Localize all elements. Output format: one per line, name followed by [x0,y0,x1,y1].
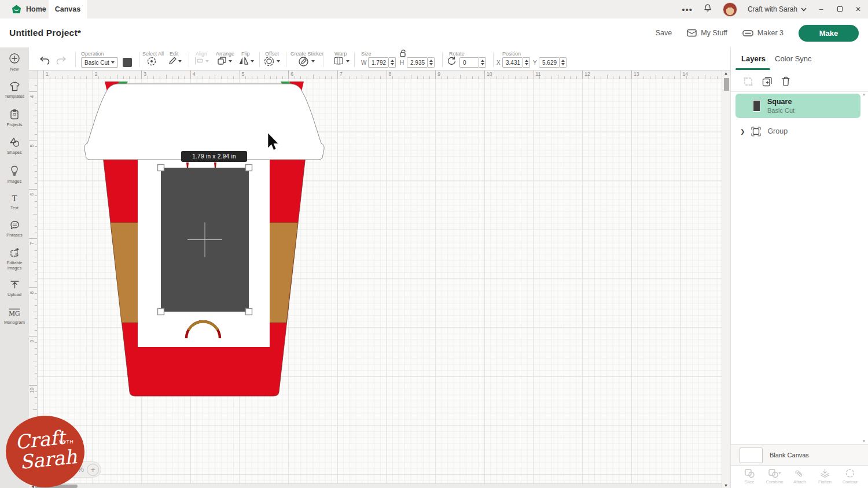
tab-color-sync[interactable]: Color Sync [775,47,812,69]
cup-lid[interactable] [84,84,324,160]
upload-arrow-icon [10,280,20,290]
tshirt-icon [9,82,20,91]
offset-caret[interactable] [277,60,280,62]
create-sticker-caret[interactable] [311,60,315,62]
scroll-down-arrow[interactable]: ▼ [724,483,728,487]
sidebar-item-upload[interactable]: Upload [0,275,29,302]
combine-icon [768,468,782,478]
redo-icon[interactable] [56,56,67,67]
zoom-in-button[interactable]: + [87,464,99,476]
sidebar-item-templates[interactable]: Templates [0,76,29,103]
group-expand-chevron[interactable]: ❯ [740,128,745,135]
create-sticker-icon[interactable] [298,56,309,69]
undo-icon[interactable] [39,56,50,67]
horizontal-scrollbar[interactable]: ◄ [29,483,722,488]
vertical-scroll-thumb[interactable] [724,78,729,91]
arrange-caret[interactable] [229,60,232,62]
layers-list-scrollbar[interactable]: ▲ ▼ [862,93,867,443]
craft-with-sarah-logo: Craft WITH Sarah [6,416,84,487]
minimize-button[interactable]: – [817,5,825,13]
duplicate-layer-icon[interactable] [762,76,773,87]
handle-top-left[interactable] [158,165,164,171]
size-tooltip: 1.79 in x 2.94 in [181,151,247,162]
layers-scroll-down-arrow[interactable]: ▼ [862,439,866,443]
flip-caret[interactable] [251,60,254,62]
notifications-bell-icon[interactable] [703,3,712,15]
group-layers-icon [742,76,754,87]
select-all-icon[interactable] [146,56,157,69]
size-lock-open-icon[interactable] [398,49,407,60]
handle-top-right[interactable] [246,165,252,171]
rotate-icon[interactable] [447,56,457,68]
topbar-right-cluster: ••• Craft with Sarah – ✕ [682,0,862,19]
blank-canvas-label: Blank Canvas [770,452,809,459]
user-avatar[interactable] [723,2,737,17]
tab-layers[interactable]: Layers [741,47,766,69]
handle-bottom-right[interactable] [246,309,252,315]
layer-name: Square [767,98,795,106]
tab-canvas[interactable]: Canvas [49,0,87,19]
scroll-up-arrow[interactable]: ▲ [724,71,728,75]
x-input[interactable]: 3.431 [502,57,523,68]
new-plus-icon [9,53,20,64]
handle-bottom-left[interactable] [158,309,164,315]
delete-layer-icon[interactable] [781,76,791,87]
make-button[interactable]: Make [799,25,859,42]
rotate-input[interactable]: 0 [459,57,479,68]
sidebar-item-images[interactable]: Images [0,160,29,188]
warp-caret[interactable] [346,60,350,62]
size-label: Size [361,51,372,57]
my-stuff-button[interactable]: My Stuff [687,29,727,37]
design-canvas[interactable]: 1234567891011121314 45678910 [29,71,730,488]
x-stepper[interactable] [523,57,530,68]
user-menu[interactable]: Craft with Sarah [748,5,807,13]
layer-row-group[interactable]: ❯ Group [735,121,860,141]
vertical-scrollbar[interactable]: ▲ ▼ [722,71,730,488]
layers-scroll-up-arrow[interactable]: ▲ [862,93,866,96]
y-input[interactable]: 5.629 [539,57,560,68]
width-stepper[interactable] [389,57,396,68]
overflow-menu-icon[interactable]: ••• [682,5,693,14]
layer-actions-row [731,72,868,91]
arrange-icon[interactable] [217,56,227,68]
sidebar-item-phrases[interactable]: Phrases [0,215,29,242]
layer-square-thumbnail [753,100,760,112]
sidebar-item-shapes[interactable]: Shapes [0,132,29,160]
tab-home[interactable]: Home [7,0,51,19]
top-window-bar: Home Canvas ••• Craft with Sarah – ✕ [0,0,868,19]
layer-row-square[interactable]: Square Basic Cut [735,94,860,118]
logo-word-with: WITH [59,439,74,445]
cricut-design-space-app: Home Canvas ••• Craft with Sarah – ✕ Unt… [0,0,868,488]
user-name: Craft with Sarah [748,5,797,13]
y-stepper[interactable] [560,57,567,68]
edit-icon[interactable] [168,56,177,68]
width-input[interactable]: 1.792 [368,57,389,68]
rotate-stepper[interactable] [479,57,486,68]
flip-icon[interactable] [238,56,249,68]
lightbulb-icon [10,165,19,176]
shapes-icon [9,137,20,147]
position-label: Position [502,51,521,57]
height-stepper[interactable] [428,57,435,68]
maximize-button[interactable] [836,5,844,13]
height-input[interactable]: 2.935 [407,57,428,68]
blank-canvas-row[interactable]: Blank Canvas [731,444,868,465]
sidebar-item-text[interactable]: T Text [0,188,29,215]
edit-caret[interactable] [178,60,182,62]
contour-icon [845,468,855,478]
sidebar-item-editable-images[interactable]: Editable Images [0,243,29,276]
sidebar-item-new[interactable]: New [0,47,29,76]
sidebar-item-projects[interactable]: Projects [0,104,29,132]
monogram-icon: MG [8,308,21,317]
machine-icon [742,29,753,37]
machine-select[interactable]: Maker 3 [742,29,784,37]
warp-icon[interactable] [333,56,344,68]
edit-toolbar: Operation Basic Cut Select All Edit Alig… [29,47,730,71]
save-button[interactable]: Save [656,29,672,37]
blank-canvas-swatch[interactable] [740,448,763,463]
offset-icon[interactable] [264,56,274,69]
sidebar-item-monogram[interactable]: MG Monogram [0,302,29,330]
operation-dropdown[interactable]: Basic Cut [81,57,118,68]
operation-color-swatch[interactable] [123,58,132,67]
close-button[interactable]: ✕ [854,5,862,13]
